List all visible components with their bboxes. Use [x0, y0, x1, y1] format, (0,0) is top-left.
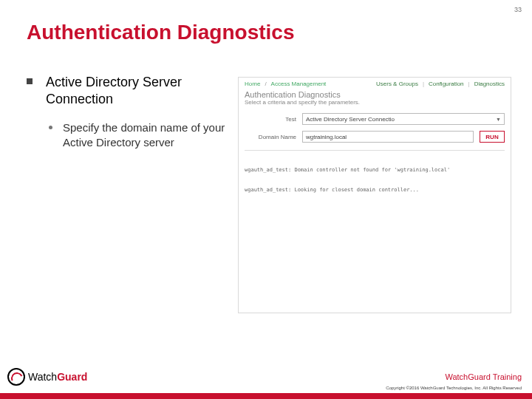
brand-wordmark: WatchGuard [28, 371, 87, 383]
bullet-level-1: Active Directory Server Connection [27, 74, 226, 107]
bullet-2-text: Specify the domain name of your Active D… [63, 120, 226, 149]
chevron-down-icon: ▼ [496, 117, 501, 122]
output-log: wgauth_ad_test: Domain controller not fo… [245, 150, 505, 208]
panel-title: Authentication Diagnostics [239, 89, 511, 99]
panel-header: Home / Access Management Users & Groups … [239, 78, 511, 89]
breadcrumb-home[interactable]: Home [245, 81, 260, 87]
brand-word-left: Watch [28, 371, 57, 383]
footer-accent-bar [0, 393, 532, 399]
tab-users-groups[interactable]: Users & Groups [376, 81, 418, 87]
test-row: Test Active Directory Server Connectio ▼ [239, 110, 511, 128]
watchguard-logo-icon [7, 368, 25, 386]
brand-word-right: Guard [57, 371, 87, 383]
test-select-value: Active Directory Server Connectio [306, 116, 395, 123]
run-button[interactable]: RUN [480, 131, 505, 143]
output-line: wgauth_ad_test: Domain controller not fo… [245, 167, 505, 174]
tab-sep-icon: | [468, 81, 470, 87]
footer-copyright: Copyright ©2016 WatchGuard Technologies,… [386, 386, 522, 390]
domain-row: Domain Name wgtraining.local RUN [239, 128, 511, 146]
bullet-1-text: Active Directory Server Connection [46, 74, 226, 107]
slide-title: Authentication Diagnostics [27, 21, 294, 44]
test-label: Test [245, 116, 296, 123]
dot-bullet-icon [49, 126, 52, 129]
breadcrumb: Home / Access Management [245, 81, 326, 87]
domain-input[interactable]: wgtraining.local [302, 131, 474, 143]
breadcrumb-sep-icon: / [265, 81, 267, 87]
square-bullet-icon [27, 78, 33, 84]
page-number: 33 [514, 6, 522, 13]
breadcrumb-section[interactable]: Access Management [271, 81, 327, 87]
domain-input-value: wgtraining.local [306, 134, 347, 140]
brand-logo: WatchGuard [7, 368, 87, 386]
screenshot-panel: Home / Access Management Users & Groups … [238, 77, 511, 313]
domain-label: Domain Name [245, 134, 296, 140]
bullet-level-2: Specify the domain name of your Active D… [49, 120, 226, 149]
tab-configuration[interactable]: Configuration [429, 81, 464, 87]
tab-diagnostics[interactable]: Diagnostics [474, 81, 505, 87]
output-line: wgauth_ad_test: Looking for closest doma… [245, 187, 505, 194]
panel-subtitle: Select a criteria and specify the parame… [239, 99, 511, 110]
footer-training: WatchGuard Training [445, 372, 522, 381]
tab-sep-icon: | [423, 81, 424, 87]
test-select[interactable]: Active Directory Server Connectio ▼ [302, 113, 505, 125]
slide-body: Active Directory Server Connection Speci… [27, 74, 226, 149]
panel-tabs: Users & Groups | Configuration | Diagnos… [376, 81, 505, 87]
